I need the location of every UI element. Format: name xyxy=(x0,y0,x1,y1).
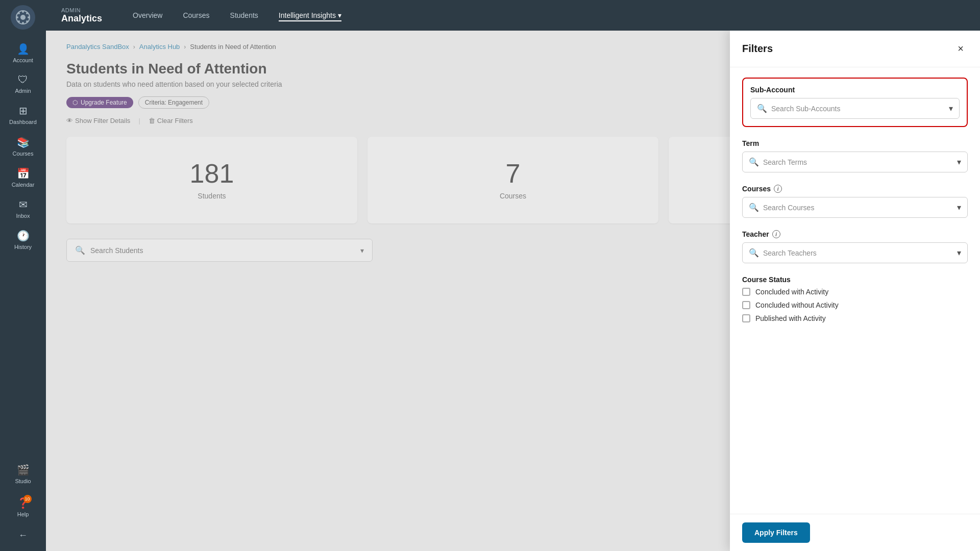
brand-admin: ADMIN xyxy=(61,7,102,13)
help-label: Help xyxy=(17,511,29,518)
teacher-filter-label: Teacher i xyxy=(742,230,968,238)
teacher-placeholder: Search Teachers xyxy=(763,249,953,257)
nav-students[interactable]: Students xyxy=(230,9,258,21)
sub-account-section: Sub-Account 🔍 Search Sub-Accounts ▾ xyxy=(742,78,968,127)
svg-point-2 xyxy=(22,11,24,13)
sidebar-collapse-button[interactable]: ← xyxy=(0,525,46,546)
brand: ADMIN Analytics xyxy=(61,7,102,24)
collapse-icon: ← xyxy=(18,530,28,541)
term-chevron: ▾ xyxy=(957,157,961,167)
checkbox-published-activity[interactable]: Published with Activity xyxy=(742,314,968,322)
chevron-down-icon: ▾ xyxy=(338,11,341,19)
admin-label: Admin xyxy=(15,88,31,94)
sub-account-search[interactable]: 🔍 Search Sub-Accounts ▾ xyxy=(750,98,960,119)
courses-section: Courses i 🔍 Search Courses ▾ xyxy=(742,185,968,218)
sidebar-item-calendar[interactable]: 📅 Calendar xyxy=(0,162,46,193)
svg-point-7 xyxy=(26,20,28,22)
courses-label: Courses xyxy=(13,151,34,157)
sub-account-search-icon: 🔍 xyxy=(757,104,767,113)
filter-panel: Filters × Sub-Account 🔍 Search Sub-Accou… xyxy=(730,31,980,551)
term-label: Term xyxy=(742,139,968,147)
canvas-logo[interactable] xyxy=(11,5,35,30)
sidebar-item-admin[interactable]: 🛡 Admin xyxy=(0,69,46,99)
history-label: History xyxy=(14,244,32,251)
help-badge-count: 10 xyxy=(23,495,32,503)
sidebar-item-history[interactable]: 🕐 History xyxy=(0,224,46,256)
nav-intelligent-insights[interactable]: Intelligent Insights ▾ xyxy=(279,9,341,21)
dashboard-label: Dashboard xyxy=(9,119,37,126)
sidebar-item-inbox[interactable]: ✉ Inbox xyxy=(0,193,46,224)
account-label: Account xyxy=(13,57,33,64)
top-nav: ADMIN Analytics Overview Courses Student… xyxy=(46,0,980,31)
svg-point-5 xyxy=(28,16,30,18)
teacher-chevron: ▾ xyxy=(957,248,961,258)
course-status-label: Course Status xyxy=(742,276,968,284)
dashboard-icon: ⊞ xyxy=(19,105,28,117)
svg-point-4 xyxy=(16,16,18,18)
teacher-info-icon[interactable]: i xyxy=(772,230,780,238)
courses-filter-label: Courses i xyxy=(742,185,968,193)
sidebar-item-help[interactable]: ❓ 10 Help xyxy=(0,492,46,523)
courses-placeholder: Search Courses xyxy=(763,204,953,212)
term-placeholder: Search Terms xyxy=(763,158,953,166)
checkbox-label-2: Concluded without Activity xyxy=(755,301,839,309)
course-status-section: Course Status Concluded with Activity Co… xyxy=(742,276,968,322)
studio-label: Studio xyxy=(15,478,31,485)
filter-panel-header: Filters × xyxy=(730,31,980,67)
courses-chevron: ▾ xyxy=(957,203,961,212)
main-wrapper: ADMIN Analytics Overview Courses Student… xyxy=(46,0,980,551)
svg-point-9 xyxy=(18,20,20,22)
checkbox-label-1: Concluded with Activity xyxy=(755,288,828,296)
admin-icon: 🛡 xyxy=(18,74,28,86)
page-content: Pandalytics SandBox › Analytics Hub › St… xyxy=(46,31,980,551)
checkbox-label-3: Published with Activity xyxy=(755,314,826,322)
account-icon: 👤 xyxy=(17,43,30,55)
filter-panel-title: Filters xyxy=(742,43,773,55)
sidebar: 👤 Account 🛡 Admin ⊞ Dashboard 📚 Courses … xyxy=(0,0,46,551)
calendar-label: Calendar xyxy=(12,182,35,188)
inbox-icon: ✉ xyxy=(19,198,28,211)
svg-point-8 xyxy=(26,12,28,14)
courses-icon: 📚 xyxy=(17,136,30,148)
nav-overview[interactable]: Overview xyxy=(133,9,162,21)
courses-search[interactable]: 🔍 Search Courses ▾ xyxy=(742,197,968,218)
svg-point-3 xyxy=(22,22,24,24)
checkbox-box-2 xyxy=(742,301,750,309)
apply-filters-button[interactable]: Apply Filters xyxy=(742,522,810,543)
inbox-label: Inbox xyxy=(16,213,30,219)
filter-footer: Apply Filters xyxy=(730,514,980,551)
nav-courses[interactable]: Courses xyxy=(183,9,209,21)
studio-icon: 🎬 xyxy=(17,464,30,476)
checkbox-concluded-no-activity[interactable]: Concluded without Activity xyxy=(742,301,968,309)
sidebar-item-courses[interactable]: 📚 Courses xyxy=(0,131,46,162)
courses-info-icon[interactable]: i xyxy=(774,185,782,193)
teacher-section: Teacher i 🔍 Search Teachers ▾ xyxy=(742,230,968,263)
filter-body: Sub-Account 🔍 Search Sub-Accounts ▾ Term… xyxy=(730,67,980,514)
sidebar-item-studio[interactable]: 🎬 Studio xyxy=(0,459,46,490)
teacher-search-icon: 🔍 xyxy=(749,248,759,258)
term-section: Term 🔍 Search Terms ▾ xyxy=(742,139,968,172)
checkbox-concluded-activity[interactable]: Concluded with Activity xyxy=(742,288,968,296)
sub-account-chevron: ▾ xyxy=(949,104,953,113)
history-icon: 🕐 xyxy=(17,230,30,242)
checkbox-box-3 xyxy=(742,314,750,322)
svg-point-6 xyxy=(18,12,20,14)
sub-account-label: Sub-Account xyxy=(750,86,960,94)
sidebar-item-dashboard[interactable]: ⊞ Dashboard xyxy=(0,99,46,131)
sidebar-item-account[interactable]: 👤 Account xyxy=(0,38,46,69)
courses-search-icon: 🔍 xyxy=(749,203,759,212)
brand-name: Analytics xyxy=(61,13,102,24)
term-search[interactable]: 🔍 Search Terms ▾ xyxy=(742,152,968,172)
svg-point-1 xyxy=(20,15,26,20)
sub-account-placeholder: Search Sub-Accounts xyxy=(771,105,945,113)
course-status-checkboxes: Concluded with Activity Concluded withou… xyxy=(742,288,968,322)
term-search-icon: 🔍 xyxy=(749,157,759,167)
checkbox-box-1 xyxy=(742,288,750,296)
help-icon: ❓ 10 xyxy=(17,497,30,509)
calendar-icon: 📅 xyxy=(17,167,30,180)
teacher-search[interactable]: 🔍 Search Teachers ▾ xyxy=(742,242,968,263)
filter-close-button[interactable]: × xyxy=(953,41,968,57)
